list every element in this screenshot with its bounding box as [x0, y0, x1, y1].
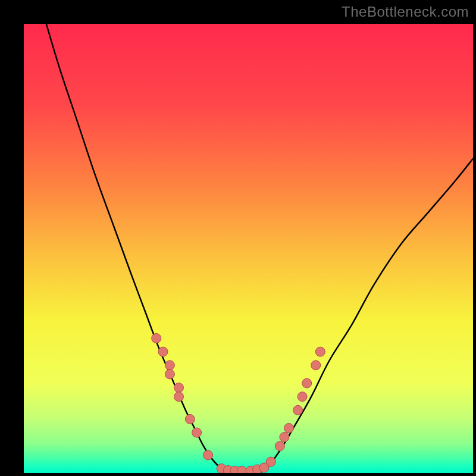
highlight-dot [293, 405, 303, 415]
highlight-dot [275, 441, 284, 451]
highlight-dot [237, 466, 246, 473]
chart-frame: TheBottleneck.com [0, 0, 476, 476]
highlight-dot [284, 424, 293, 433]
highlight-dot [174, 383, 183, 393]
highlight-dot [165, 369, 174, 379]
highlight-dot [152, 334, 161, 343]
highlight-dot [174, 392, 183, 402]
highlight-dot [315, 347, 325, 356]
highlight-dot [165, 361, 174, 370]
highlight-dot [298, 392, 307, 402]
highlight-dot [203, 450, 213, 460]
plot-area [24, 24, 473, 473]
highlight-dots-group [152, 334, 325, 474]
highlight-dot [185, 414, 195, 424]
highlight-dot [192, 428, 202, 437]
highlight-dot [158, 347, 168, 356]
bottleneck-curve [46, 24, 473, 473]
highlight-dot [280, 433, 289, 442]
highlight-dot [266, 457, 275, 466]
highlight-dot [311, 361, 321, 370]
watermark-text: TheBottleneck.com [342, 4, 469, 20]
curve-layer [24, 24, 473, 473]
highlight-dot [302, 378, 312, 388]
